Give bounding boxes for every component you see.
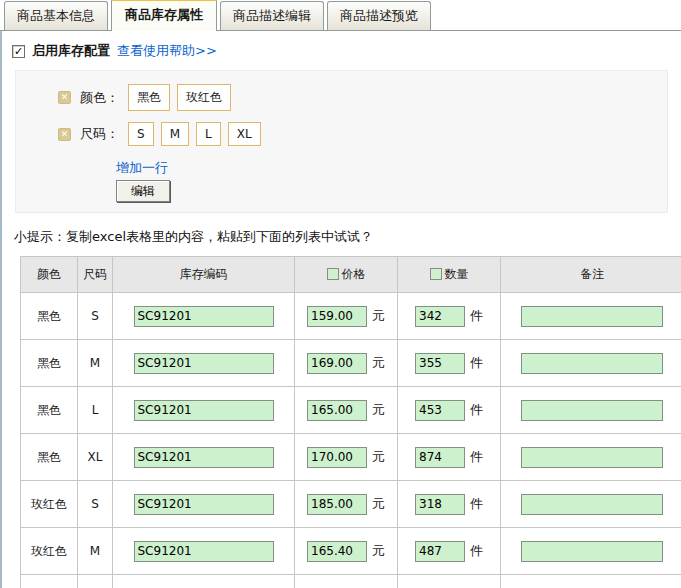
- delete-attribute-icon[interactable]: ✕: [58, 91, 71, 104]
- sku-qty-input[interactable]: [415, 306, 465, 327]
- sku-code-input[interactable]: [134, 353, 274, 374]
- sku-color-cell: 黑色: [21, 387, 78, 434]
- tab-description-preview[interactable]: 商品描述预览: [327, 1, 431, 30]
- sku-price-cell: 元: [295, 528, 398, 575]
- price-unit-label: 元: [372, 355, 385, 370]
- sku-price-input[interactable]: [307, 400, 367, 421]
- sku-row: 黑色 S 元 件: [21, 293, 681, 340]
- sku-code-cell: [113, 340, 295, 387]
- price-unit-label: 元: [372, 449, 385, 464]
- attribute-value-button[interactable]: L: [196, 122, 221, 146]
- sku-price-input[interactable]: [307, 447, 367, 468]
- sku-remark-input[interactable]: [521, 447, 663, 468]
- attribute-value-button[interactable]: M: [161, 122, 189, 146]
- help-link[interactable]: 查看使用帮助>>: [117, 42, 217, 60]
- qty-unit-label: 件: [470, 308, 483, 323]
- header-price: 价格: [295, 257, 398, 293]
- sku-row: 黑色 L 元 件: [21, 387, 681, 434]
- sku-remark-input[interactable]: [521, 400, 663, 421]
- sku-row: 玫红色 S 元 件: [21, 481, 681, 528]
- tab-basic-info[interactable]: 商品基本信息: [4, 1, 108, 30]
- delete-attribute-icon[interactable]: ✕: [58, 128, 71, 141]
- attribute-row: ✕ 颜色： 黑色玫红色: [58, 84, 667, 111]
- sku-size-cell: XL: [78, 434, 113, 481]
- header-size: 尺码: [78, 257, 113, 293]
- sku-qty-cell: 件: [398, 481, 501, 528]
- price-unit-label: 元: [372, 496, 385, 511]
- sku-size-cell: M: [78, 528, 113, 575]
- add-row-link[interactable]: 增加一行: [116, 159, 168, 177]
- sku-code-cell: [113, 434, 295, 481]
- qty-unit-label: 件: [470, 402, 483, 417]
- attribute-name-label: 颜色：: [80, 89, 119, 107]
- sku-price-cell: 元: [295, 293, 398, 340]
- sku-price-cell: 元: [295, 340, 398, 387]
- sku-code-input[interactable]: [134, 494, 274, 515]
- sku-price-cell: 元: [295, 481, 398, 528]
- sku-remark-cell: [501, 575, 681, 588]
- price-batch-checkbox[interactable]: [327, 268, 339, 280]
- qty-unit-label: 件: [470, 355, 483, 370]
- attribute-config-panel: ✕ 颜色： 黑色玫红色 ✕ 尺码： SMLXL 增加一行 编辑: [15, 70, 668, 213]
- sku-remark-input[interactable]: [521, 353, 663, 374]
- sku-qty-cell: 件: [398, 387, 501, 434]
- sku-code-input[interactable]: [134, 447, 274, 468]
- sku-price-input[interactable]: [307, 494, 367, 515]
- sku-code-input[interactable]: [134, 306, 274, 327]
- sku-remark-cell: [501, 340, 681, 387]
- sku-qty-cell: 件: [398, 340, 501, 387]
- sku-qty-cell: 件: [398, 434, 501, 481]
- paste-hint: 小提示：复制excel表格里的内容，粘贴到下面的列表中试试？: [14, 228, 681, 246]
- sku-qty-cell: 件: [398, 293, 501, 340]
- qty-batch-checkbox[interactable]: [430, 268, 442, 280]
- sku-price-input[interactable]: [307, 306, 367, 327]
- tab-inventory-attributes[interactable]: 商品库存属性: [111, 0, 217, 31]
- qty-unit-label: 件: [470, 496, 483, 511]
- sku-price-cell: 元: [295, 387, 398, 434]
- sku-color-cell: 玫红色: [21, 528, 78, 575]
- sku-code-cell: [113, 528, 295, 575]
- sku-qty-cell: 件: [398, 528, 501, 575]
- header-remark: 备注: [501, 257, 681, 293]
- sku-qty-input[interactable]: [415, 447, 465, 468]
- edit-button[interactable]: 编辑: [116, 180, 170, 202]
- attribute-value-button[interactable]: 黑色: [128, 84, 170, 111]
- product-edit-window: 商品基本信息 商品库存属性 商品描述编辑 商品描述预览 ✓ 启用库存配置 查看使…: [0, 0, 681, 588]
- sku-qty-input[interactable]: [415, 400, 465, 421]
- sku-size-cell: L: [78, 387, 113, 434]
- sku-remark-input[interactable]: [521, 541, 663, 562]
- attribute-value-button[interactable]: XL: [228, 122, 261, 146]
- sku-remark-input[interactable]: [521, 494, 663, 515]
- attribute-value-list: SMLXL: [128, 122, 261, 146]
- attribute-value-button[interactable]: 玫红色: [177, 84, 231, 111]
- sku-code-cell: [113, 575, 295, 588]
- qty-unit-label: 件: [470, 543, 483, 558]
- attribute-value-button[interactable]: S: [128, 122, 154, 146]
- attribute-rows: ✕ 颜色： 黑色玫红色 ✕ 尺码： SMLXL: [58, 84, 667, 146]
- sku-code-cell: [113, 387, 295, 434]
- sku-remark-cell: [501, 481, 681, 528]
- sku-qty-cell: 件: [398, 575, 501, 588]
- attribute-name-label: 尺码：: [80, 125, 119, 143]
- sku-code-input[interactable]: [134, 400, 274, 421]
- enable-inventory-row: ✓ 启用库存配置 查看使用帮助>>: [12, 42, 681, 60]
- tab-description-edit[interactable]: 商品描述编辑: [220, 1, 324, 30]
- enable-inventory-checkbox[interactable]: ✓: [12, 45, 25, 58]
- sku-color-cell: 玫红色: [21, 481, 78, 528]
- sku-code-cell: [113, 293, 295, 340]
- header-price-label: 价格: [342, 266, 366, 283]
- sku-table-body: 黑色 S 元 件 黑色 M 元 件 黑色 L: [21, 293, 681, 588]
- sku-row: 玫红色 L 元 件: [21, 575, 681, 588]
- sku-size-cell: M: [78, 340, 113, 387]
- sku-price-cell: 元: [295, 575, 398, 588]
- sku-code-input[interactable]: [134, 541, 274, 562]
- sku-remark-cell: [501, 293, 681, 340]
- sku-qty-input[interactable]: [415, 494, 465, 515]
- sku-qty-input[interactable]: [415, 353, 465, 374]
- sku-price-input[interactable]: [307, 541, 367, 562]
- sku-price-input[interactable]: [307, 353, 367, 374]
- sku-qty-input[interactable]: [415, 541, 465, 562]
- sku-remark-cell: [501, 528, 681, 575]
- sku-row: 玫红色 M 元 件: [21, 528, 681, 575]
- sku-remark-input[interactable]: [521, 306, 663, 327]
